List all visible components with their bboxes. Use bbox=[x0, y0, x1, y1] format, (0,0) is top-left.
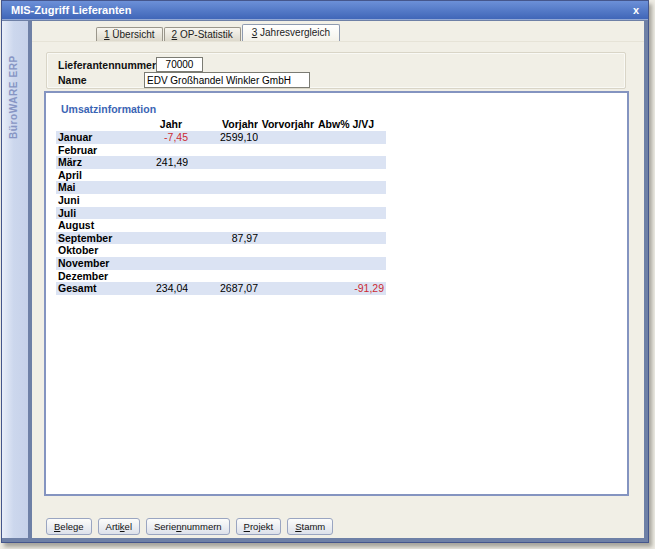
stamm-button[interactable]: Stamm bbox=[287, 518, 333, 535]
table-header-cell: Abw% J/VJ bbox=[318, 118, 386, 131]
supplier-name-field[interactable] bbox=[144, 72, 310, 88]
month-cell: November bbox=[56, 257, 156, 270]
value-cell bbox=[258, 169, 318, 182]
value-cell bbox=[188, 181, 258, 194]
projekt-button[interactable]: Projekt bbox=[236, 518, 282, 535]
table-row[interactable]: Februar bbox=[56, 144, 386, 157]
close-icon[interactable]: x bbox=[633, 1, 639, 20]
value-cell bbox=[156, 181, 188, 194]
artikel-button[interactable]: Artikel bbox=[98, 518, 140, 535]
value-cell: -7,45 bbox=[156, 131, 188, 144]
month-cell: Mai bbox=[56, 181, 156, 194]
value-cell bbox=[156, 144, 188, 157]
value-cell bbox=[258, 156, 318, 169]
value-cell bbox=[258, 194, 318, 207]
value-cell: 234,04 bbox=[156, 282, 188, 295]
value-cell bbox=[188, 144, 258, 157]
value-cell bbox=[318, 257, 386, 270]
month-cell: März bbox=[56, 156, 156, 169]
value-cell bbox=[188, 219, 258, 232]
title-bar: MIS-Zugriff Lieferanten x bbox=[2, 1, 648, 20]
table-row[interactable]: November bbox=[56, 257, 386, 270]
value-cell bbox=[258, 257, 318, 270]
brand-sidebar: BüroWARE ERP bbox=[2, 21, 28, 538]
value-cell bbox=[258, 270, 318, 283]
value-cell bbox=[156, 270, 188, 283]
value-cell bbox=[188, 257, 258, 270]
table-row[interactable]: Oktober bbox=[56, 244, 386, 257]
value-cell bbox=[258, 131, 318, 144]
bottom-button-bar: BelegeArtikelSeriennummernProjektStamm bbox=[46, 518, 333, 535]
supplier-name-label: Name bbox=[58, 74, 87, 86]
value-cell bbox=[258, 144, 318, 157]
month-cell: Juni bbox=[56, 194, 156, 207]
revenue-table: JahrVorjahrVorvorjahrAbw% J/VJ Januar-7,… bbox=[56, 118, 386, 295]
tab-3[interactable]: 3 Jahresvergleich bbox=[242, 24, 340, 41]
value-cell bbox=[318, 156, 386, 169]
table-header-cell: Vorvorjahr bbox=[258, 118, 318, 131]
value-cell bbox=[318, 194, 386, 207]
value-cell bbox=[188, 194, 258, 207]
section-title: Umsatzinformation bbox=[61, 103, 156, 115]
value-cell bbox=[318, 219, 386, 232]
value-cell bbox=[188, 169, 258, 182]
table-row[interactable]: April bbox=[56, 169, 386, 182]
month-cell: August bbox=[56, 219, 156, 232]
value-cell bbox=[156, 244, 188, 257]
tab-strip: 1 Übersicht2 OP-Statistik3 Jahresverglei… bbox=[96, 24, 341, 41]
month-cell: Gesamt bbox=[56, 282, 156, 295]
value-cell bbox=[156, 219, 188, 232]
value-cell: 87,97 bbox=[188, 232, 258, 245]
table-row[interactable]: Juni bbox=[56, 194, 386, 207]
value-cell bbox=[188, 244, 258, 257]
supplier-number-label: Lieferantennummer bbox=[58, 59, 156, 71]
value-cell bbox=[188, 207, 258, 220]
tab-2[interactable]: 2 OP-Statistik bbox=[164, 27, 241, 41]
seriennummern-button[interactable]: Seriennummern bbox=[146, 518, 230, 535]
value-cell: -91,29 bbox=[318, 282, 386, 295]
table-row[interactable]: März241,49 bbox=[56, 156, 386, 169]
value-cell bbox=[258, 282, 318, 295]
table-header-row: JahrVorjahrVorvorjahrAbw% J/VJ bbox=[56, 118, 386, 131]
tab-1[interactable]: 1 Übersicht bbox=[96, 27, 163, 41]
supplier-number-field[interactable] bbox=[156, 57, 203, 72]
table-header-cell bbox=[56, 118, 156, 131]
value-cell bbox=[318, 207, 386, 220]
value-cell bbox=[156, 194, 188, 207]
table-row[interactable]: September87,97 bbox=[56, 232, 386, 245]
table-row[interactable]: August bbox=[56, 219, 386, 232]
value-cell bbox=[258, 232, 318, 245]
month-cell: Oktober bbox=[56, 244, 156, 257]
value-cell bbox=[188, 270, 258, 283]
value-cell bbox=[258, 244, 318, 257]
value-cell bbox=[318, 181, 386, 194]
value-cell: 241,49 bbox=[156, 156, 188, 169]
table-row[interactable]: Juli bbox=[56, 207, 386, 220]
table-row[interactable]: Januar-7,452599,10 bbox=[56, 131, 386, 144]
value-cell bbox=[318, 169, 386, 182]
value-cell bbox=[156, 169, 188, 182]
main-content: 1 Übersicht2 OP-Statistik3 Jahresverglei… bbox=[32, 21, 644, 538]
table-rows: Januar-7,452599,10FebruarMärz241,49April… bbox=[56, 131, 386, 295]
table-header-cell: Jahr bbox=[156, 118, 188, 131]
value-cell bbox=[258, 219, 318, 232]
value-cell bbox=[318, 244, 386, 257]
table-row[interactable]: Dezember bbox=[56, 270, 386, 283]
month-cell: Januar bbox=[56, 131, 156, 144]
value-cell bbox=[156, 257, 188, 270]
value-cell bbox=[318, 232, 386, 245]
value-cell bbox=[318, 270, 386, 283]
value-cell: 2599,10 bbox=[188, 131, 258, 144]
value-cell bbox=[156, 207, 188, 220]
table-row[interactable]: Gesamt234,042687,07-91,29 bbox=[56, 282, 386, 295]
month-cell: Dezember bbox=[56, 270, 156, 283]
table-row[interactable]: Mai bbox=[56, 181, 386, 194]
window-title: MIS-Zugriff Lieferanten bbox=[11, 4, 131, 16]
month-cell: September bbox=[56, 232, 156, 245]
table-header-cell: Vorjahr bbox=[188, 118, 258, 131]
value-cell bbox=[188, 156, 258, 169]
belege-button[interactable]: Belege bbox=[46, 518, 92, 535]
brand-vertical-text: BüroWARE ERP bbox=[8, 55, 19, 139]
revenue-panel: Umsatzinformation JahrVorjahrVorvorjahrA… bbox=[44, 91, 629, 496]
value-cell bbox=[258, 207, 318, 220]
